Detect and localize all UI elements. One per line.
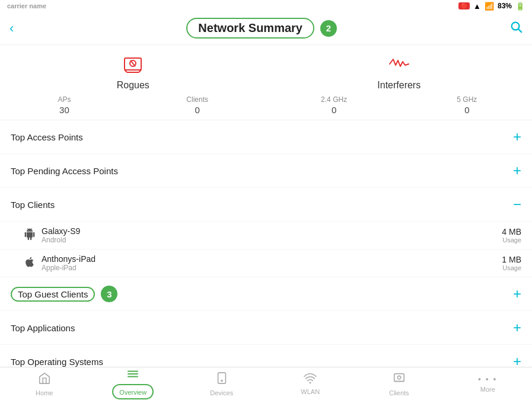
interferers-title: Interferers: [377, 80, 420, 91]
tab-wlan-label: WLAN: [301, 388, 320, 395]
svg-point-12: [221, 380, 222, 381]
svg-rect-14: [394, 373, 404, 381]
main-content: Rogues APs 30 Clients 0 Interferers: [0, 45, 532, 367]
battery-percent: 83%: [498, 2, 512, 10]
top-guest-clients-toggle[interactable]: +: [513, 286, 521, 302]
tab-more[interactable]: • • • More: [444, 375, 533, 393]
interferers-24ghz: 2.4 GHz 0: [321, 95, 347, 115]
client-galaxy-left: Galaxy-S9 Android: [24, 226, 80, 244]
stats-section: Rogues APs 30 Clients 0 Interferers: [0, 45, 532, 120]
interferers-section: Interferers 2.4 GHz 0 5 GHz 0: [266, 55, 533, 115]
client-galaxy-type: Android: [42, 236, 80, 244]
tab-devices[interactable]: Devices: [177, 372, 266, 396]
interferers-5-value: 0: [464, 105, 469, 115]
list-item-top-applications[interactable]: Top Applications +: [0, 311, 532, 345]
svg-point-15: [397, 376, 401, 379]
android-icon: [24, 228, 36, 243]
tab-devices-label: Devices: [210, 389, 233, 396]
client-ipad-usage-val: 1 MB: [502, 255, 521, 264]
tab-bar: Home Overview Devices: [0, 367, 532, 400]
client-galaxy-name: Galaxy-S9: [42, 226, 80, 236]
tab-clients[interactable]: Clients: [355, 372, 444, 396]
interferers-icon: [388, 55, 410, 78]
rogues-section: Rogues APs 30 Clients 0: [0, 55, 266, 115]
top-guest-clients-label: Top Guest Clients: [11, 287, 95, 302]
interferers-5-label: 5 GHz: [457, 95, 477, 104]
rogues-clients-label: Clients: [186, 95, 208, 104]
signal-icon: 📶: [485, 2, 494, 11]
top-clients-label: Top Clients: [11, 200, 55, 210]
battery-indicator-red: 🔴: [458, 2, 470, 9]
top-guest-clients-left: Top Guest Clients 3: [11, 286, 117, 302]
wlan-icon: [304, 373, 317, 386]
tab-clients-label: Clients: [389, 389, 409, 396]
carrier-text: carrier name: [7, 2, 46, 9]
client-ipad-info: Anthonys-iPad Apple-iPad: [42, 254, 95, 272]
client-item-galaxy[interactable]: Galaxy-S9 Android 4 MB Usage: [0, 222, 532, 249]
clients-icon: [393, 372, 406, 388]
top-pending-aps-label: Top Pending Access Points: [11, 166, 118, 176]
tab-wlan[interactable]: WLAN: [266, 373, 355, 395]
apple-icon: [24, 256, 36, 271]
top-os-toggle[interactable]: +: [513, 353, 521, 367]
interferers-24-value: 0: [332, 105, 336, 115]
back-button[interactable]: ‹: [9, 21, 14, 36]
list-item-top-os[interactable]: Top Operating Systems +: [0, 345, 532, 367]
rogues-clients-value: 0: [195, 105, 200, 115]
status-bar: carrier name 🔴 ▲ 📶 83% 🔋: [0, 0, 532, 12]
top-clients-toggle[interactable]: −: [513, 196, 521, 213]
list-item-top-guest-clients[interactable]: Top Guest Clients 3 +: [0, 277, 532, 311]
rogues-title: Rogues: [117, 80, 149, 91]
header-title-area: Network Summary 2: [186, 18, 337, 39]
devices-icon: [215, 372, 228, 388]
tab-overview-label: Overview: [119, 389, 146, 396]
rogues-clients: Clients 0: [186, 95, 208, 115]
svg-point-13: [310, 382, 311, 383]
list-item-top-pending-aps[interactable]: Top Pending Access Points +: [0, 154, 532, 188]
client-ipad-right: 1 MB Usage: [502, 255, 521, 271]
client-galaxy-usage-label: Usage: [502, 236, 521, 244]
rogues-aps-label: APs: [58, 95, 71, 104]
top-pending-aps-toggle[interactable]: +: [513, 162, 521, 179]
client-ipad-left: Anthonys-iPad Apple-iPad: [24, 254, 95, 272]
top-os-label: Top Operating Systems: [11, 357, 103, 367]
rogues-aps-value: 30: [59, 105, 69, 115]
top-aps-toggle[interactable]: +: [513, 129, 521, 145]
client-ipad-usage-label: Usage: [502, 264, 521, 271]
svg-rect-11: [218, 372, 225, 383]
more-icon: • • •: [478, 375, 497, 384]
rogues-aps: APs 30: [58, 95, 71, 115]
interferers-cols: 2.4 GHz 0 5 GHz 0: [266, 95, 533, 115]
status-icons: 🔴 ▲ 📶 83% 🔋: [458, 2, 525, 11]
search-button[interactable]: [509, 20, 523, 37]
rogues-icon: [122, 55, 144, 78]
client-galaxy-info: Galaxy-S9 Android: [42, 226, 80, 244]
guest-clients-badge: 3: [101, 286, 117, 302]
top-applications-label: Top Applications: [11, 323, 75, 333]
header: ‹ Network Summary 2: [0, 12, 532, 45]
top-aps-label: Top Access Points: [11, 132, 83, 142]
wifi-icon: ▲: [473, 2, 481, 11]
header-badge: 2: [320, 20, 337, 37]
tab-home[interactable]: Home: [0, 372, 89, 396]
interferers-5ghz: 5 GHz 0: [457, 95, 477, 115]
page-title: Network Summary: [186, 18, 314, 39]
tab-more-label: More: [480, 386, 495, 393]
list-item-top-clients[interactable]: Top Clients −: [0, 188, 532, 222]
svg-line-1: [518, 29, 521, 32]
battery-icon: 🔋: [515, 2, 525, 11]
tab-home-label: Home: [36, 389, 53, 396]
interferers-24-label: 2.4 GHz: [321, 95, 347, 104]
client-galaxy-right: 4 MB Usage: [502, 227, 521, 244]
home-icon: [38, 372, 51, 388]
top-applications-toggle[interactable]: +: [513, 319, 521, 336]
overview-icon: [126, 369, 139, 382]
client-ipad-type: Apple-iPad: [42, 264, 95, 272]
tab-overview[interactable]: Overview: [89, 369, 178, 399]
client-galaxy-usage-val: 4 MB: [502, 227, 521, 236]
client-item-ipad[interactable]: Anthonys-iPad Apple-iPad 1 MB Usage: [0, 249, 532, 277]
rogues-cols: APs 30 Clients 0: [0, 95, 266, 115]
list-item-top-aps[interactable]: Top Access Points +: [0, 120, 532, 154]
tab-overview-label-wrap: Overview: [112, 384, 154, 399]
client-ipad-name: Anthonys-iPad: [42, 254, 95, 264]
